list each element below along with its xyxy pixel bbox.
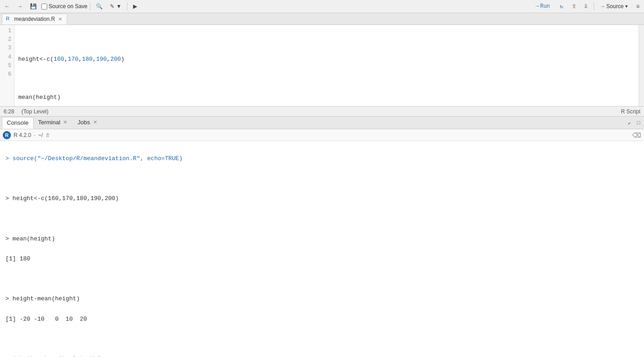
r-file-icon: R	[6, 16, 12, 22]
console-blank-1	[5, 174, 639, 184]
jobs-tab-label: Jobs	[78, 119, 90, 126]
console-toolbar: R R 4.2.0 · ~/ ⇯ ⌫	[0, 129, 644, 141]
run-button[interactable]: → Run	[531, 1, 554, 12]
file-type-indicator: R Script	[621, 108, 640, 115]
toolbar-right: → Run ↻ ⇧ ⇩ → Source ▼ ≡	[531, 1, 642, 12]
console-line-cmd2: > mean(height)	[5, 234, 639, 244]
editor-vscroll[interactable]	[639, 25, 644, 106]
console-tabs-right: ↙ □	[626, 119, 642, 127]
source-button[interactable]: → Source ▼	[597, 1, 632, 12]
console-line-result2: [1] -20 -10 0 10 20	[5, 314, 639, 324]
code-tools-button[interactable]: ✎ ▼	[107, 1, 124, 12]
line-num-3: 3	[0, 44, 11, 53]
run-arrow-icon: →	[535, 3, 539, 10]
navigate-dir-icon[interactable]: ⇯	[45, 132, 50, 138]
console-output[interactable]: > source("~/Desktop/R/meandeviation.R", …	[0, 141, 644, 357]
back-button[interactable]: ←	[2, 1, 13, 12]
editor-toolbar: ← → 💾 Source on Save 🔍 ✎ ▼ ▶ → Run ↻	[0, 0, 644, 13]
console-tabs: Console Terminal ✕ Jobs ✕ ↙ □	[0, 117, 644, 129]
editor-section: R meandeviation.R ✕ 1 2 3 4 5 6 height<-…	[0, 13, 644, 117]
go-down-button[interactable]: ⇩	[581, 1, 591, 12]
line-num-5: 5	[0, 62, 11, 70]
tab-console[interactable]: Console	[2, 117, 34, 129]
code-line-1: height<-c(160,170,180,190,200)	[18, 55, 640, 64]
console-blank-2	[5, 214, 639, 224]
code-line-2: mean(height)	[18, 93, 640, 103]
terminal-tab-label: Terminal	[38, 119, 60, 126]
toolbar-separator-2	[127, 2, 128, 10]
main-layout: ← → 💾 Source on Save 🔍 ✎ ▼ ▶ → Run ↻	[0, 0, 644, 357]
editor-tab-meandeviation[interactable]: R meandeviation.R ✕	[2, 14, 67, 24]
working-dir-label: ~/	[38, 132, 43, 138]
toolbar-separator-3	[594, 2, 594, 10]
tab-close-button[interactable]: ✕	[57, 16, 63, 22]
source-arrow-icon: →	[600, 3, 605, 10]
console-blank-4	[5, 334, 639, 344]
console-line-comment: > #abs() makes Absolute Value	[5, 354, 639, 357]
line-num-6: 6	[0, 70, 11, 79]
line-num-2: 2	[0, 35, 11, 44]
compile-button[interactable]: ▶	[130, 1, 140, 12]
console-line-result1: [1] 180	[5, 254, 639, 264]
console-minimize-button[interactable]: ↙	[626, 119, 633, 127]
jobs-tab-close[interactable]: ✕	[92, 119, 98, 126]
terminal-tab-close[interactable]: ✕	[62, 119, 69, 126]
editor-area: 1 2 3 4 5 6 height<-c(160,170,180,190,20…	[0, 25, 644, 107]
rerun-icon: ↻	[560, 3, 563, 10]
console-line-cmd3: > height-mean(height)	[5, 294, 639, 304]
rerun-button[interactable]: ↻	[556, 1, 567, 12]
console-maximize-button[interactable]: □	[635, 119, 642, 127]
save-button[interactable]: 💾	[27, 1, 40, 12]
console-line-cmd1: > height<-c(160,170,180,190,200)	[5, 194, 639, 204]
r-logo-icon: R	[3, 131, 11, 139]
source-dropdown-icon: ▼	[624, 4, 629, 9]
console-line-source: > source("~/Desktop/R/meandeviation.R", …	[5, 154, 639, 164]
tab-terminal[interactable]: Terminal ✕	[34, 117, 73, 129]
forward-button[interactable]: →	[15, 1, 25, 12]
editor-tabs: R meandeviation.R ✕	[0, 13, 644, 25]
scope-indicator: (Top Level)	[21, 108, 48, 115]
tab-jobs[interactable]: Jobs ✕	[73, 117, 103, 129]
line-numbers: 1 2 3 4 5 6	[0, 25, 15, 106]
line-num-4: 4	[0, 53, 11, 62]
line-num-1: 1	[0, 27, 11, 35]
status-bar: 6:28 (Top Level) R Script	[0, 107, 644, 117]
toolbar-separator-1	[90, 2, 90, 10]
source-on-save-checkbox[interactable]	[41, 4, 47, 10]
clear-console-button[interactable]: ⌫	[632, 132, 641, 139]
find-button[interactable]: 🔍	[93, 1, 105, 12]
more-options-button[interactable]: ≡	[634, 1, 642, 12]
go-up-button[interactable]: ⇧	[569, 1, 579, 12]
console-section: Console Terminal ✕ Jobs ✕ ↙ □ R R 4.2.0 …	[0, 117, 644, 357]
console-blank-3	[5, 274, 639, 284]
console-tab-label: Console	[7, 119, 29, 126]
code-editor[interactable]: height<-c(160,170,180,190,200) mean(heig…	[15, 25, 644, 106]
r-version-label: R 4.2.0	[14, 132, 31, 138]
console-separator: ·	[34, 132, 35, 138]
cursor-position: 6:28	[4, 108, 14, 115]
source-on-save-label[interactable]: Source on Save	[41, 3, 87, 10]
